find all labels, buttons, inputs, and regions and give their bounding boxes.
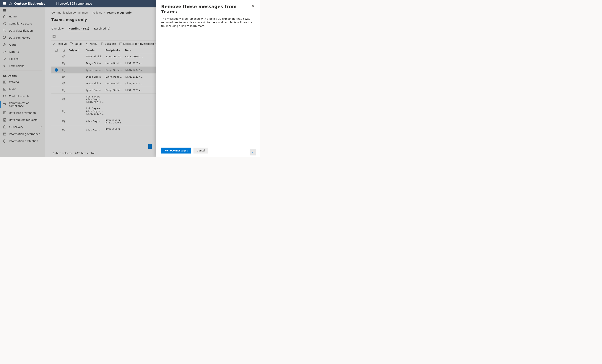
group-icon[interactable] — [53, 35, 55, 38]
column-header-sender[interactable]: Sender — [86, 49, 106, 52]
connector-icon — [3, 36, 6, 39]
escalate-button[interactable]: Escalate — [101, 42, 116, 45]
app-launcher-button[interactable] — [1, 2, 7, 5]
nav-item-information-governance[interactable]: Information governance — [0, 130, 45, 138]
cell-date: Jul 31, 2020 4:31 — [125, 62, 144, 64]
investigate-icon — [119, 42, 122, 45]
svg-point-50 — [64, 129, 65, 130]
resolve-button[interactable]: Resolve — [53, 42, 67, 45]
nav-item-reports[interactable]: Reports — [0, 48, 45, 55]
row-checkbox[interactable] — [54, 68, 58, 72]
nav-label: Audit — [9, 88, 16, 91]
nav-item-alerts[interactable]: Alerts — [0, 41, 45, 48]
cell-sender: Irvin Sayers Allan Deyoun...Jul 31, 2020… — [86, 107, 106, 115]
svg-point-8 — [5, 36, 6, 37]
nav-item-catalog[interactable]: Catalog — [0, 78, 45, 86]
nav-label: Home — [9, 15, 17, 18]
nav-label: Data connectors — [9, 36, 30, 39]
dlp-icon — [3, 111, 6, 115]
column-header-type[interactable] — [60, 49, 67, 52]
svg-rect-25 — [3, 133, 6, 135]
teams-icon — [62, 82, 65, 85]
nav-item-home[interactable]: Home — [0, 13, 45, 20]
cell-recipients: Sales and Mar... — [106, 55, 125, 58]
cell-sender: MOD Adminis... — [86, 55, 106, 58]
nav-label: Catalog — [9, 81, 19, 84]
audit-icon — [3, 87, 6, 91]
nav-item-communication-compliance[interactable]: Communication compliance — [0, 100, 45, 109]
tab-pending[interactable]: Pending (161) — [68, 27, 89, 32]
nav-item-data-subject-requests[interactable]: Data subject requests — [0, 116, 45, 123]
select-all-toggle[interactable] — [53, 49, 60, 52]
cell-sender: Lynne Robbins... — [86, 89, 106, 92]
chevron-right-icon: › — [89, 11, 91, 14]
svg-rect-27 — [53, 35, 55, 37]
nav-item-ediscovery[interactable]: eDiscovery — [0, 123, 45, 130]
nav-label: eDiscovery — [9, 126, 23, 128]
escalate-investigation-button[interactable]: Escalate for investigation — [119, 42, 156, 45]
nav-label: Communication compliance — [9, 102, 42, 107]
cell-sender: Diego Siciliani... — [86, 62, 106, 64]
cell-recipients: Allan Deyoun... — [86, 98, 106, 101]
primary-action-hint — [148, 144, 152, 149]
cell-date: Jul 31, 2020 4:30 — [106, 130, 125, 130]
cell-recipients: Allan Deyoun... — [86, 110, 106, 112]
column-header-recipients[interactable]: Recipients — [106, 49, 125, 52]
nav-item-permissions[interactable]: Permissions — [0, 62, 45, 69]
teams-icon — [62, 62, 65, 65]
cell-recipients: Diego Sicilian... — [106, 69, 125, 72]
nav-item-audit[interactable]: Audit — [0, 86, 45, 93]
nav-item-data-loss-prevention[interactable]: Data loss prevention — [0, 109, 45, 116]
svg-point-7 — [3, 36, 4, 37]
cell-sender: Irvin Sayers Allan Deyoun...Jul 31, 2020… — [86, 95, 106, 103]
nav-label: Alerts — [9, 43, 17, 46]
chevron-down-icon — [40, 126, 42, 128]
cell-date: Jul 31, 2020 4:31 — [86, 101, 106, 103]
nav-item-information-protection[interactable]: Information protection — [0, 138, 45, 145]
catalog-icon — [3, 80, 6, 84]
permissions-icon — [3, 64, 6, 68]
nav-label: Reports — [9, 50, 19, 53]
column-header-subject[interactable]: Subject — [67, 49, 86, 52]
tag-as-button[interactable]: Tag as — [70, 42, 82, 45]
svg-point-9 — [3, 38, 4, 39]
teams-icon — [62, 120, 65, 123]
nav-item-data-connectors[interactable]: Data connectors — [0, 34, 45, 41]
svg-point-14 — [3, 65, 5, 67]
breadcrumb-link[interactable]: Policies — [92, 11, 102, 14]
teams-icon — [62, 109, 65, 113]
close-button[interactable] — [251, 4, 255, 8]
svg-point-44 — [64, 98, 65, 99]
svg-point-10 — [5, 38, 6, 39]
breadcrumb-link[interactable]: Communication compliance — [52, 11, 88, 14]
alert-icon — [3, 43, 6, 46]
nav-collapse-button[interactable] — [0, 8, 45, 13]
nav-item-data-classification[interactable]: Data classification — [0, 27, 45, 34]
checkmark-icon — [55, 69, 57, 71]
svg-rect-21 — [3, 103, 5, 105]
svg-point-20 — [3, 95, 5, 97]
nav-item-content-search[interactable]: Content search — [0, 93, 45, 100]
svg-rect-18 — [5, 82, 6, 83]
nav-item-policies[interactable]: Policies — [0, 55, 45, 62]
column-header-date[interactable]: Date — [125, 49, 144, 52]
cell-date: Jul 31, 2020 4:31 — [125, 89, 144, 92]
search-icon — [3, 95, 6, 98]
suite-name: Microsoft 365 compliance — [56, 2, 92, 5]
remove-messages-button[interactable]: Remove messages — [161, 148, 191, 153]
brand: Contoso Electronics — [9, 2, 45, 6]
nav-item-compliance-score[interactable]: Compliance score — [0, 20, 45, 27]
teams-icon — [62, 88, 65, 92]
tab-overview[interactable]: Overview — [52, 27, 64, 32]
nav-label: Information governance — [9, 133, 40, 136]
nav-label: Content search — [9, 95, 29, 98]
cancel-button[interactable]: Cancel — [194, 148, 208, 153]
tab-resolved[interactable]: Resolved (0) — [94, 27, 110, 32]
scroll-to-top-button[interactable] — [250, 150, 256, 155]
notify-button[interactable]: Notify — [86, 42, 97, 45]
nav-label: Data loss prevention — [9, 111, 36, 114]
chevron-up-icon — [252, 151, 254, 153]
cell-date: Jul 31, 2020 4:30 — [86, 112, 106, 115]
escalate-icon — [101, 42, 104, 45]
infoprot-icon — [3, 139, 6, 143]
